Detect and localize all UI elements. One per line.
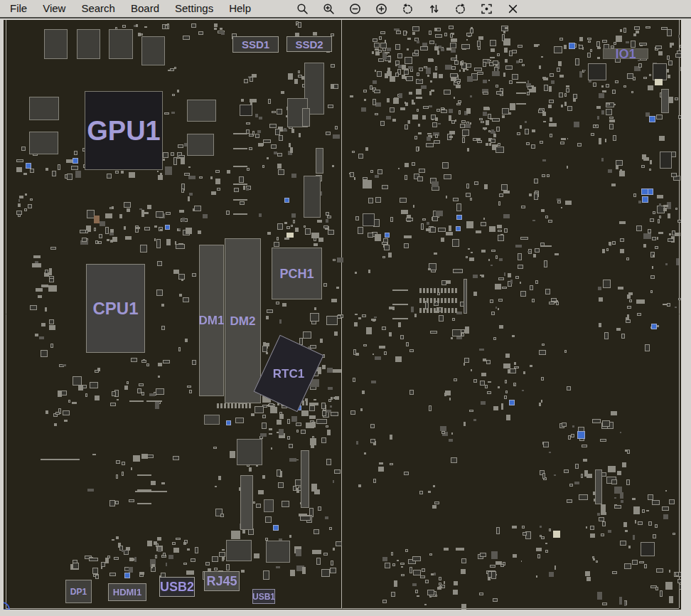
menu-item-help[interactable]: Help: [221, 0, 259, 17]
component-label: GPU1: [87, 117, 160, 144]
increase-button[interactable]: [375, 2, 387, 15]
component-label: DM1: [199, 314, 225, 326]
component-label: USB2: [160, 580, 194, 593]
component-label: DM2: [230, 315, 256, 327]
magnifier-plus-icon: [323, 3, 335, 15]
toolbar: [296, 2, 519, 15]
menu-item-settings[interactable]: Settings: [167, 0, 221, 17]
rotate-ccw-button[interactable]: [401, 2, 414, 15]
component-DP1[interactable]: DP1: [65, 580, 92, 603]
arrows-up-down-icon: [428, 3, 440, 15]
component-label: IO1: [615, 48, 636, 60]
component-label: PCH1: [279, 267, 314, 280]
component-SSD2[interactable]: SSD2: [286, 36, 332, 52]
circle-minus-icon: [349, 3, 361, 15]
component-USB2[interactable]: USB2: [159, 577, 195, 597]
flip-board-button[interactable]: [427, 2, 440, 15]
board-viewer-window: FileViewSearchBoardSettingsHelp GPU1CPU1…: [0, 0, 691, 616]
x-icon: [507, 3, 519, 15]
menu-bar: FileViewSearchBoardSettingsHelp: [0, 0, 691, 18]
component-IO1[interactable]: IO1: [603, 48, 648, 59]
board-view[interactable]: GPU1CPU1DM1DM2PCH1RTC1SSD1SSD2IO1DP1HDMI…: [4, 20, 681, 610]
zoom-out-button[interactable]: [296, 2, 309, 15]
menu-items: FileViewSearchBoardSettingsHelp: [0, 0, 259, 17]
component-HDMI1[interactable]: HDMI1: [108, 583, 146, 601]
rotate-cw-icon: [454, 3, 466, 15]
rotate-ccw-icon: [402, 3, 414, 15]
zoom-in-button[interactable]: [322, 2, 335, 15]
component-SSD1[interactable]: SSD1: [232, 36, 279, 53]
component-GPU1[interactable]: GPU1: [85, 91, 163, 170]
component-DM2[interactable]: DM2: [225, 238, 261, 403]
component-label: USB1: [252, 593, 275, 601]
decrease-button[interactable]: [348, 2, 361, 15]
component-PCH1[interactable]: PCH1: [272, 248, 322, 299]
component-label: CPU1: [92, 300, 138, 317]
menu-item-search[interactable]: Search: [73, 0, 123, 17]
component-CPU1[interactable]: CPU1: [86, 264, 145, 353]
component-label: DP1: [70, 588, 87, 596]
component-label: RJ45: [206, 575, 237, 588]
circle-plus-icon: [375, 3, 387, 15]
component-label: RTC1: [273, 368, 304, 380]
close-button[interactable]: [506, 2, 519, 15]
menu-item-file[interactable]: File: [0, 0, 35, 17]
component-DM1[interactable]: DM1: [199, 245, 224, 396]
component-label: SSD2: [295, 39, 323, 50]
menu-item-view[interactable]: View: [35, 0, 73, 17]
focus-target-icon: [481, 3, 493, 15]
rotate-cw-button[interactable]: [454, 2, 466, 15]
magnifier-icon: [296, 3, 309, 15]
component-USB1[interactable]: USB1: [252, 589, 275, 604]
center-view-button[interactable]: [480, 2, 493, 15]
component-label: HDMI1: [113, 588, 141, 597]
component-RJ45[interactable]: RJ45: [204, 571, 240, 591]
menu-item-board[interactable]: Board: [123, 0, 167, 17]
component-label: SSD1: [242, 39, 269, 50]
